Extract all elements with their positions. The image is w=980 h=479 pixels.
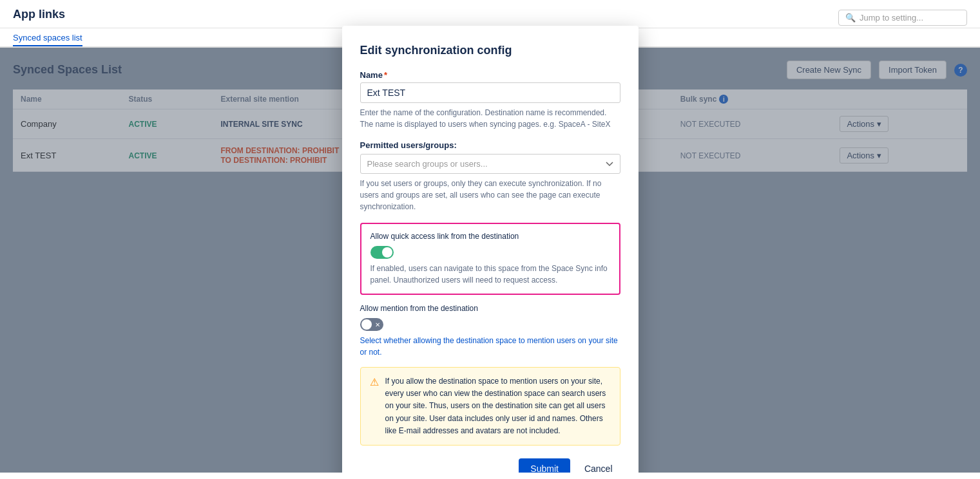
modal-title: Edit synchronization config xyxy=(360,44,620,57)
app-title: App links xyxy=(13,8,65,28)
modal-footer: Submit Cancel xyxy=(360,458,620,473)
quick-access-toggle-row xyxy=(370,246,610,259)
quick-access-knob xyxy=(382,247,392,258)
modal-overlay: Edit synchronization config Name * Enter… xyxy=(0,48,980,473)
mention-section: Allow mention from the destination ✕ Sel… xyxy=(360,304,620,358)
quick-access-hint: If enabled, users can navigate to this s… xyxy=(370,263,610,286)
permitted-select[interactable]: Please search groups or users... xyxy=(360,154,620,174)
quick-access-section: Allow quick access link from the destina… xyxy=(360,223,620,295)
required-star: * xyxy=(384,70,387,80)
warning-icon: ⚠ xyxy=(370,376,379,388)
search-icon: 🔍 xyxy=(845,13,856,23)
search-bar[interactable]: 🔍 Jump to setting... xyxy=(838,10,967,26)
submit-button[interactable]: Submit xyxy=(519,458,570,473)
search-placeholder: Jump to setting... xyxy=(860,13,923,23)
mention-hint: Select whether allowing the destination … xyxy=(360,335,620,358)
mention-toggle-row: ✕ xyxy=(360,318,620,331)
warning-text: If you allow the destination space to me… xyxy=(385,375,611,437)
modal-dialog: Edit synchronization config Name * Enter… xyxy=(342,26,639,473)
main-area: Synced Spaces List Create New Sync Impor… xyxy=(0,48,980,473)
permitted-label: Permitted users/groups: xyxy=(360,140,620,150)
mention-label: Allow mention from the destination xyxy=(360,304,620,313)
breadcrumb-link[interactable]: Synced spaces list xyxy=(13,33,82,46)
name-field-group: Name * Enter the name of the configurati… xyxy=(360,70,620,130)
quick-access-toggle[interactable] xyxy=(370,246,394,259)
mention-knob xyxy=(361,319,372,330)
name-hint: Enter the name of the configuration. Des… xyxy=(360,107,620,130)
quick-access-label: Allow quick access link from the destina… xyxy=(370,232,610,241)
toggle-x-icon: ✕ xyxy=(375,321,380,328)
permitted-field-group: Permitted users/groups: Please search gr… xyxy=(360,140,620,212)
permitted-hint: If you set users or groups, only they ca… xyxy=(360,178,620,212)
cancel-button[interactable]: Cancel xyxy=(577,458,620,473)
top-header: App links 🔍 Jump to setting... xyxy=(0,0,980,28)
mention-toggle[interactable]: ✕ xyxy=(360,318,383,331)
warning-box: ⚠ If you allow the destination space to … xyxy=(360,367,620,446)
name-label: Name * xyxy=(360,70,620,80)
name-input[interactable] xyxy=(360,82,620,103)
